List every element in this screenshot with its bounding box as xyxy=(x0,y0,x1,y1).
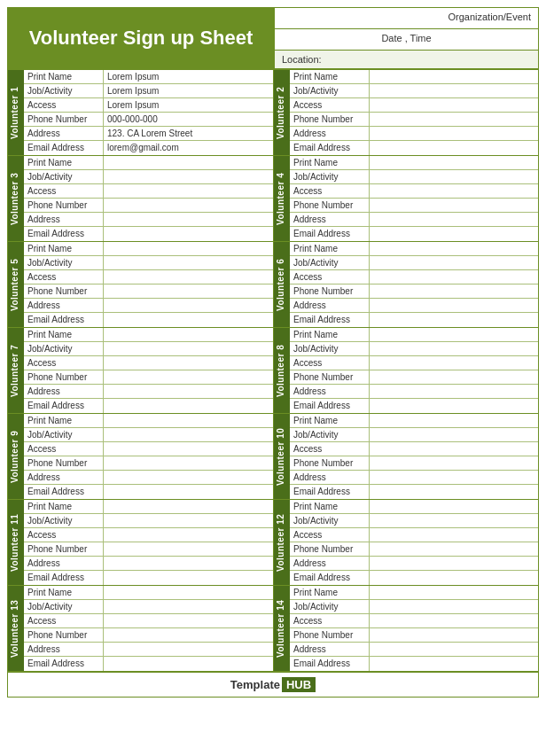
volunteer-label-8: Volunteer 8 xyxy=(274,328,290,413)
volunteer-block-2: Volunteer 2Print NameJob/ActivityAccessP… xyxy=(274,70,538,156)
field-value xyxy=(104,356,273,370)
page: Volunteer Sign up Sheet Organization/Eve… xyxy=(0,0,546,705)
field-value xyxy=(370,414,538,427)
field-label: Email Address xyxy=(290,485,370,499)
field-row: Email Address xyxy=(290,313,538,327)
field-row: Job/Activity xyxy=(290,428,538,442)
field-value xyxy=(370,84,538,97)
volunteer-block-7: Volunteer 7Print NameJob/ActivityAccessP… xyxy=(8,328,273,414)
field-value: 000-000-000 xyxy=(104,113,273,126)
field-value xyxy=(370,284,538,298)
field-label: Access xyxy=(24,98,104,112)
volunteer-label-5: Volunteer 5 xyxy=(8,242,24,327)
field-row: Phone Number xyxy=(24,199,273,213)
field-label: Print Name xyxy=(24,242,104,255)
field-label: Address xyxy=(290,213,370,226)
column-right: Volunteer 2Print NameJob/ActivityAccessP… xyxy=(273,70,538,672)
field-value xyxy=(370,643,538,656)
field-value: Lorem Ipsum xyxy=(104,84,273,97)
field-value xyxy=(370,600,538,613)
field-label: Job/Activity xyxy=(290,170,370,183)
volunteer-block-14: Volunteer 14Print NameJob/ActivityAccess… xyxy=(274,586,538,672)
field-label: Address xyxy=(24,127,104,140)
field-label: Print Name xyxy=(24,156,104,169)
field-row: Print Name xyxy=(290,156,538,170)
footer-logo: TemplateHUB xyxy=(230,678,316,691)
field-label: Email Address xyxy=(24,141,104,155)
field-row: Job/Activity xyxy=(24,600,273,614)
field-label: Email Address xyxy=(24,227,104,241)
field-row: Job/Activity xyxy=(290,84,538,98)
field-label: Address xyxy=(290,127,370,140)
volunteer-fields-9: Print NameJob/ActivityAccessPhone Number… xyxy=(24,414,273,499)
field-row: Email Address xyxy=(290,227,538,241)
field-label: Phone Number xyxy=(24,370,104,384)
field-value xyxy=(104,528,273,542)
field-row: AccessLorem Ipsum xyxy=(24,98,273,113)
field-value xyxy=(104,370,273,384)
field-row: Access xyxy=(24,356,273,370)
field-value xyxy=(370,442,538,456)
field-label: Job/Activity xyxy=(290,514,370,527)
field-value xyxy=(370,557,538,570)
field-label: Print Name xyxy=(24,500,104,513)
field-value xyxy=(370,586,538,599)
volunteer-label-13: Volunteer 13 xyxy=(8,586,24,671)
field-value xyxy=(104,657,273,671)
field-label: Job/Activity xyxy=(24,428,104,441)
field-label: Phone Number xyxy=(290,370,370,384)
field-row: Address xyxy=(24,299,273,313)
field-label: Email Address xyxy=(290,571,370,585)
field-value xyxy=(370,514,538,527)
field-label: Address xyxy=(290,299,370,312)
field-label: Access xyxy=(24,442,104,456)
field-label: Print Name xyxy=(290,414,370,427)
field-value xyxy=(370,242,538,255)
field-label: Email Address xyxy=(24,571,104,585)
field-value xyxy=(104,542,273,556)
field-value xyxy=(370,628,538,642)
field-label: Email Address xyxy=(290,313,370,327)
volunteer-fields-1: Print NameLorem IpsumJob/ActivityLorem I… xyxy=(24,70,273,155)
field-value xyxy=(104,500,273,513)
volunteer-fields-5: Print NameJob/ActivityAccessPhone Number… xyxy=(24,242,273,327)
field-label: Job/Activity xyxy=(290,342,370,355)
field-label: Job/Activity xyxy=(290,256,370,269)
field-row: Address xyxy=(290,557,538,571)
volunteer-label-11: Volunteer 11 xyxy=(8,500,24,585)
field-row: Email Addresslorem@gmail.com xyxy=(24,141,273,155)
field-label: Access xyxy=(24,614,104,627)
field-label: Print Name xyxy=(24,328,104,341)
field-value xyxy=(370,385,538,398)
field-row: Job/Activity xyxy=(290,256,538,270)
field-row: Phone Number xyxy=(290,284,538,299)
field-value xyxy=(370,399,538,413)
volunteer-label-3: Volunteer 3 xyxy=(8,156,24,241)
field-row: Address xyxy=(24,385,273,399)
field-value xyxy=(104,514,273,527)
field-value xyxy=(104,385,273,398)
field-value xyxy=(370,614,538,627)
field-value xyxy=(370,485,538,499)
field-label: Print Name xyxy=(24,586,104,599)
field-row: Access xyxy=(290,614,538,628)
field-row: Access xyxy=(24,270,273,284)
field-row: Job/Activity xyxy=(24,514,273,528)
field-row: Address xyxy=(290,299,538,313)
field-label: Address xyxy=(24,643,104,656)
field-value xyxy=(104,456,273,470)
volunteer-label-12: Volunteer 12 xyxy=(274,500,290,585)
volunteer-fields-8: Print NameJob/ActivityAccessPhone Number… xyxy=(290,328,538,413)
volunteer-label-9: Volunteer 9 xyxy=(8,414,24,499)
field-row: Job/Activity xyxy=(24,170,273,184)
field-label: Address xyxy=(24,299,104,312)
field-value xyxy=(104,586,273,599)
field-label: Address xyxy=(290,557,370,570)
field-value: lorem@gmail.com xyxy=(104,141,273,155)
field-row: Phone Number xyxy=(290,113,538,127)
field-row: Phone Number xyxy=(24,628,273,643)
field-value xyxy=(370,256,538,269)
field-label: Access xyxy=(290,98,370,112)
field-value xyxy=(370,141,538,155)
volunteer-label-6: Volunteer 6 xyxy=(274,242,290,327)
